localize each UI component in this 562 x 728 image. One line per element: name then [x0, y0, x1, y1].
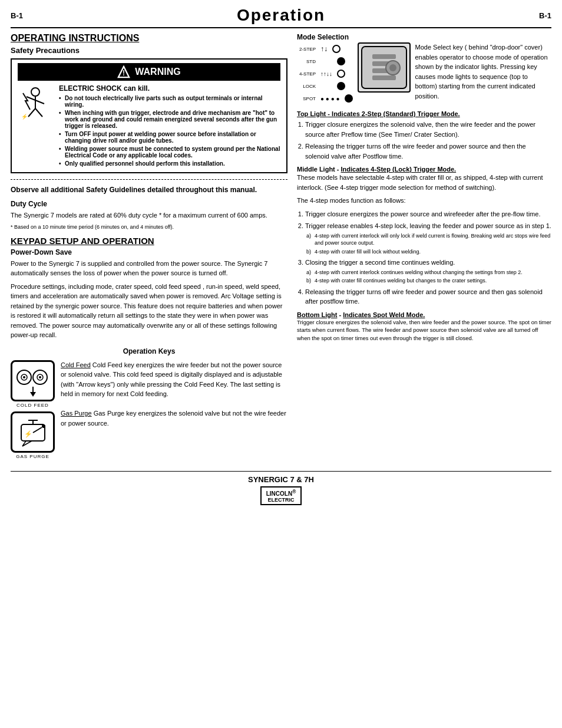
sub-list: 4-step with current interlock continues …: [305, 269, 551, 285]
step-4step-label: 4-STEP: [297, 71, 316, 77]
mode-step-lock: LOCK: [297, 82, 353, 90]
middle-light-label: Middle Light: [297, 166, 335, 173]
warning-text-content: ELECTRIC SHOCK can kill. Do not touch el…: [59, 84, 280, 169]
duty-cycle-footnote: * Based on a 10 minute time period (6 mi…: [11, 224, 287, 230]
footer-product: SYNERGIC 7 & 7H: [11, 475, 551, 484]
warning-header: ! WARNING: [18, 63, 280, 81]
step-4step-dot: [337, 70, 345, 78]
header-right: B-1: [539, 11, 551, 20]
warning-list-item: Turn OFF input power at welding power so…: [59, 131, 280, 144]
gas-purge-label: GAS PURGE: [11, 454, 55, 459]
top-light-list-item: Releasing the trigger turns off the wire…: [305, 141, 551, 161]
operation-keys-section: Operation Keys: [11, 347, 287, 459]
svg-text:⚡: ⚡: [21, 113, 28, 120]
mode-steps-panel: 2-STEP ↑↓ STD 4-STEP ↑↑↓↓: [297, 45, 353, 104]
middle-light-list: Trigger closure energizes the power sour…: [297, 209, 551, 307]
warning-list-item: When inching with gun trigger, electrode…: [59, 110, 280, 129]
gas-purge-key-image: ⚡: [11, 411, 55, 453]
svg-rect-24: [372, 54, 396, 59]
sub-list: 4-step with current interlock will only …: [305, 232, 551, 256]
middle-light-subtitle: Indicates 4-Step (Lock) Trigger Mode.: [341, 166, 457, 173]
warning-label: WARNING: [135, 67, 180, 77]
step-spot-dot: [345, 94, 353, 103]
keypad-title: KEYPAD SETUP AND OPERATION: [11, 236, 287, 246]
bottom-light-section: Bottom Light - Indicates Spot Weld Mode.…: [297, 311, 551, 342]
left-column: OPERATING INSTRUCTIONS Safety Precaution…: [11, 33, 287, 459]
svg-point-2: [31, 88, 39, 96]
svg-text:!: !: [123, 69, 125, 77]
svg-line-5: [35, 100, 44, 104]
cold-feed-text: Cold Feed Cold Feed key energizes the wi…: [61, 360, 287, 399]
warning-list-item: Welding power source must be connected t…: [59, 146, 280, 159]
dashed-separator: [11, 179, 287, 180]
shock-title: ELECTRIC SHOCK can kill.: [59, 84, 280, 93]
warning-list-item: Do not touch electrically live parts suc…: [59, 95, 280, 108]
svg-rect-27: [372, 75, 396, 80]
duty-cycle-body: The Synergic 7 models are rated at 60% d…: [11, 210, 287, 220]
power-down-body1: Power to the Synergic 7 is supplied and …: [11, 259, 287, 278]
middle-light-list-item: Releasing the trigger turns off wire fee…: [305, 287, 551, 307]
top-light-subtitle: Indicates 2-Step (Standard) Trigger Mode…: [332, 110, 460, 117]
warning-triangle-icon: !: [117, 65, 130, 78]
header-title: Operation: [237, 6, 325, 25]
svg-line-6: [28, 108, 35, 117]
safety-precautions-subtitle: Safety Precautions: [11, 46, 287, 55]
lincoln-electric-box: LINCOLN® ELECTRIC: [260, 486, 302, 505]
op-keys-images: COLD FEED: [11, 360, 55, 459]
step-2step-arrows: ↑↓: [320, 45, 328, 53]
mode-panel-image: [358, 42, 411, 93]
gas-purge-key-label: Gas Purge: [61, 410, 92, 417]
svg-text:⚡: ⚡: [24, 430, 32, 438]
sub-list-item: 4-step with crater fill continues weldin…: [315, 277, 551, 285]
step-lock-dot: [337, 82, 345, 90]
page: B-1 Operation B-1 OPERATING INSTRUCTIONS…: [0, 0, 562, 728]
cold-feed-key-label: Cold Feed: [61, 361, 91, 368]
gas-purge-text-content: Gas Purge key energizes the solenoid val…: [61, 410, 286, 427]
sub-list-item: 4-step with current interlock continues …: [315, 269, 551, 276]
page-header: B-1 Operation B-1: [11, 6, 551, 28]
step-spot-dots: ● ● ● ●: [320, 95, 340, 102]
bottom-light-description: Trigger closure energizes the solenoid v…: [297, 318, 551, 342]
mode-step-std: STD: [297, 57, 353, 65]
cold-feed-label: COLD FEED: [11, 403, 55, 408]
top-light-list: Trigger closure energizes the solenoid v…: [297, 120, 551, 161]
svg-line-4: [27, 97, 35, 100]
warning-list: Do not touch electrically live parts suc…: [59, 95, 280, 167]
warning-list-item: Only qualified personnel should perform …: [59, 160, 280, 167]
bottom-light-label: Bottom Light: [297, 311, 337, 318]
middle-light-section: Middle Light - Indicates 4-Step (Lock) T…: [297, 166, 551, 307]
middle-light-list-item: Closing the trigger a second time contin…: [305, 258, 551, 285]
step-spot-label: SPOT: [297, 96, 316, 101]
bottom-light-subtitle: Indicates Spot Weld Mode.: [343, 311, 425, 318]
sub-list-item: 4-step with current interlock will only …: [315, 232, 551, 247]
mode-step-4step: 4-STEP ↑↑↓↓: [297, 70, 353, 78]
mode-diagram: 2-STEP ↑↓ STD 4-STEP ↑↑↓↓: [297, 42, 551, 104]
svg-point-29: [389, 64, 396, 71]
svg-point-21: [42, 424, 45, 428]
main-content: OPERATING INSTRUCTIONS Safety Precaution…: [11, 33, 551, 459]
gas-purge-svg: ⚡: [15, 416, 51, 448]
panel-svg: [361, 45, 408, 90]
op-keys-title: Operation Keys: [11, 347, 287, 355]
operating-instructions-title: OPERATING INSTRUCTIONS: [11, 33, 287, 44]
step-std-label: STD: [297, 59, 316, 64]
bottom-light-title: Bottom Light - Indicates Spot Weld Mode.: [297, 311, 551, 318]
top-light-section: Top Light - Indicates 2-Step (Standard) …: [297, 110, 551, 161]
middle-light-title: Middle Light - Indicates 4-Step (Lock) T…: [297, 166, 551, 173]
op-keys-text: Cold Feed Cold Feed key energizes the wi…: [61, 360, 287, 459]
svg-point-11: [23, 376, 25, 378]
middle-light-dash: -: [337, 166, 341, 173]
top-light-title: Top Light - Indicates 2-Step (Standard) …: [297, 110, 551, 117]
cold-feed-key-container: COLD FEED: [11, 360, 55, 408]
step-std-dot: [337, 57, 345, 65]
warning-body: ⚡ ELECTRIC SHOCK can kill. Do not touch …: [18, 84, 280, 169]
mode-step-2step: 2-STEP ↑↓: [297, 45, 353, 53]
step-2step-dot: [332, 45, 340, 53]
warning-box: ! WARNING: [11, 58, 287, 173]
lincoln-electric-label: ELECTRIC: [268, 497, 295, 503]
step-2step-label: 2-STEP: [297, 47, 316, 52]
page-footer: SYNERGIC 7 & 7H LINCOLN® ELECTRIC: [11, 471, 551, 505]
gas-purge-key-container: ⚡ GAS PURGE: [11, 411, 55, 459]
sub-list-item: 4-step with crater fill will lock withou…: [315, 248, 551, 256]
lincoln-brand-name: LINCOLN®: [266, 489, 296, 497]
